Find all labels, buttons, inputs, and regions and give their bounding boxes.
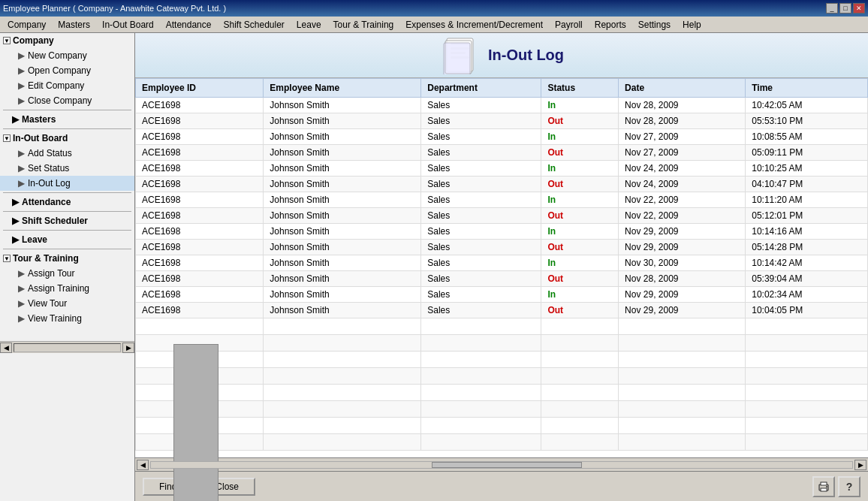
cell-department: Sales xyxy=(421,161,541,177)
table-row: ACE1698 Johnson Smith Sales Out Nov 29, … xyxy=(136,303,868,318)
sidebar-section-leave[interactable]: ▶ Leave xyxy=(0,232,134,247)
sidebar-section-masters[interactable]: ▶ Masters xyxy=(0,112,134,127)
set-status-arrow: ▶ xyxy=(18,163,25,174)
sidebar-item-add-status[interactable]: ▶ Add Status xyxy=(0,146,134,161)
close-window-button[interactable]: ✕ xyxy=(853,3,865,14)
cell-department: Sales xyxy=(421,287,541,303)
col-employee-id: Employee ID xyxy=(136,79,264,98)
cell-date: Nov 28, 2009 xyxy=(619,271,746,287)
cell-status: Out xyxy=(541,177,619,192)
cell-employee-name: Johnson Smith xyxy=(264,208,421,224)
menu-expenses[interactable]: Expenses & Increment/Decrement xyxy=(399,18,549,32)
maximize-button[interactable]: □ xyxy=(839,3,851,14)
sidebar-section-tour-training[interactable]: ▼ Tour & Training xyxy=(0,251,134,266)
table-row-empty xyxy=(136,385,868,401)
menu-payroll[interactable]: Payroll xyxy=(549,18,589,32)
table-row: ACE1698 Johnson Smith Sales In Nov 27, 2… xyxy=(136,129,868,145)
title-bar-buttons: _ □ ✕ xyxy=(826,3,865,14)
minimize-button[interactable]: _ xyxy=(826,3,838,14)
menu-shift-scheduler[interactable]: Shift Scheduler xyxy=(217,18,290,32)
sidebar-item-view-tour[interactable]: ▶ View Tour xyxy=(0,296,134,311)
print-icon xyxy=(818,481,830,493)
sidebar-section-company[interactable]: ▼ Company xyxy=(0,33,134,48)
sidebar-item-assign-training[interactable]: ▶ Assign Training xyxy=(0,281,134,296)
sidebar-section-attendance[interactable]: ▶ Attendance xyxy=(0,195,134,210)
sidebar-item-inout-log[interactable]: ▶ In-Out Log xyxy=(0,176,134,191)
table-row: ACE1698 Johnson Smith Sales Out Nov 22, … xyxy=(136,208,868,224)
col-status: Status xyxy=(541,79,619,98)
menu-leave[interactable]: Leave xyxy=(291,18,327,32)
help-button[interactable]: ? xyxy=(838,476,860,497)
menu-masters[interactable]: Masters xyxy=(52,18,96,32)
sidebar-scroll-left[interactable]: ◀ xyxy=(0,343,12,353)
menu-settings[interactable]: Settings xyxy=(632,18,677,32)
cell-employee-id: ACE1698 xyxy=(136,145,264,161)
table-row: ACE1698 Johnson Smith Sales Out Nov 24, … xyxy=(136,177,868,192)
sidebar-scrollbar[interactable]: ◀ ▶ xyxy=(0,341,134,353)
cell-employee-id: ACE1698 xyxy=(136,303,264,318)
sidebar-edit-company-label: Edit Company xyxy=(28,80,84,91)
sidebar-section-inout-board[interactable]: ▼ In-Out Board xyxy=(0,131,134,146)
sidebar-scroll-track[interactable] xyxy=(14,343,121,352)
sidebar-item-open-company[interactable]: ▶ Open Company xyxy=(0,63,134,78)
content-header: In-Out Log xyxy=(135,33,868,78)
shift-expand-icon: ▶ xyxy=(12,216,19,226)
menu-tour-training[interactable]: Tour & Training xyxy=(327,18,400,32)
cell-status: In xyxy=(541,192,619,208)
sidebar-close-company-label: Close Company xyxy=(28,95,92,106)
sidebar-shift-label: Shift Scheduler xyxy=(22,216,88,226)
cell-date: Nov 29, 2009 xyxy=(619,224,746,240)
menu-inout-board[interactable]: In-Out Board xyxy=(96,18,160,32)
cell-employee-id: ACE1698 xyxy=(136,240,264,255)
scroll-right-btn[interactable]: ▶ xyxy=(854,460,866,470)
col-employee-name: Employee Name xyxy=(264,79,421,98)
sidebar-item-new-company[interactable]: ▶ New Company xyxy=(0,48,134,63)
cell-status: Out xyxy=(541,303,619,318)
sidebar-item-assign-tour[interactable]: ▶ Assign Tour xyxy=(0,266,134,281)
cell-time: 10:02:34 AM xyxy=(746,287,868,303)
menu-company[interactable]: Company xyxy=(2,18,52,32)
scroll-track[interactable] xyxy=(150,461,853,469)
sidebar-item-close-company[interactable]: ▶ Close Company xyxy=(0,93,134,108)
print-button[interactable] xyxy=(812,476,835,497)
horizontal-scrollbar[interactable]: ◀ ▶ xyxy=(135,457,868,471)
sidebar-item-edit-company[interactable]: ▶ Edit Company xyxy=(0,78,134,93)
cell-date: Nov 29, 2009 xyxy=(619,240,746,255)
table-row-empty xyxy=(136,434,868,451)
menu-bar: Company Masters In-Out Board Attendance … xyxy=(0,17,868,33)
sidebar-company-label: Company xyxy=(13,35,54,46)
cell-date: Nov 30, 2009 xyxy=(619,255,746,271)
sidebar-item-set-status[interactable]: ▶ Set Status xyxy=(0,161,134,176)
menu-attendance[interactable]: Attendance xyxy=(160,18,218,32)
cell-employee-id: ACE1698 xyxy=(136,255,264,271)
sidebar-item-view-training[interactable]: ▶ View Training xyxy=(0,311,134,326)
cell-employee-id: ACE1698 xyxy=(136,208,264,224)
menu-help[interactable]: Help xyxy=(677,18,707,32)
table-row-empty xyxy=(136,335,868,352)
table-row: ACE1698 Johnson Smith Sales In Nov 22, 2… xyxy=(136,192,868,208)
cell-employee-name: Johnson Smith xyxy=(264,271,421,287)
assign-training-arrow: ▶ xyxy=(18,283,25,294)
scroll-left-btn[interactable]: ◀ xyxy=(137,460,149,470)
col-date: Date xyxy=(619,79,746,98)
cell-status: Out xyxy=(541,271,619,287)
cell-employee-name: Johnson Smith xyxy=(264,113,421,129)
sidebar-section-shift-scheduler[interactable]: ▶ Shift Scheduler xyxy=(0,213,134,228)
table-row-empty xyxy=(136,352,868,368)
table-row-empty xyxy=(136,318,868,335)
svg-rect-6 xyxy=(444,43,470,74)
sidebar-assign-training-label: Assign Training xyxy=(28,283,89,294)
table-row-empty xyxy=(136,401,868,418)
cell-employee-id: ACE1698 xyxy=(136,224,264,240)
menu-reports[interactable]: Reports xyxy=(589,18,632,32)
cell-employee-id: ACE1698 xyxy=(136,287,264,303)
cell-department: Sales xyxy=(421,303,541,318)
sidebar: ▼ Company ▶ New Company ▶ Open Company ▶… xyxy=(0,33,135,501)
inout-log-table: Employee ID Employee Name Department Sta… xyxy=(135,78,868,451)
cell-time: 10:42:05 AM xyxy=(746,98,868,113)
cell-date: Nov 29, 2009 xyxy=(619,287,746,303)
table-wrapper[interactable]: Employee ID Employee Name Department Sta… xyxy=(135,78,868,457)
cell-department: Sales xyxy=(421,255,541,271)
cell-status: In xyxy=(541,255,619,271)
sidebar-scroll-right[interactable]: ▶ xyxy=(122,343,134,353)
